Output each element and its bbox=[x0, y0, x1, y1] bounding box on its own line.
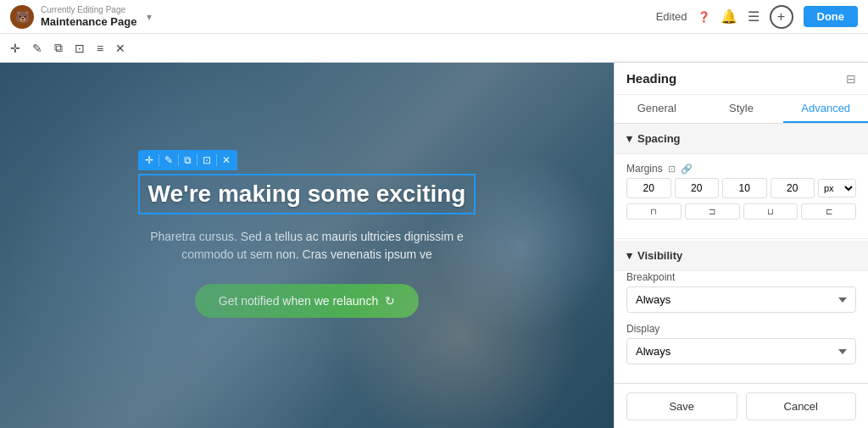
duplicate-tool-icon[interactable]: ⧉ bbox=[54, 41, 63, 55]
tab-advanced[interactable]: Advanced bbox=[783, 95, 868, 123]
toolbar2: ✛ ✎ ⧉ ⊡ ≡ ✕ bbox=[0, 34, 868, 63]
layout-tool-icon[interactable]: ⊡ bbox=[75, 42, 85, 55]
margin-bottom-btn[interactable]: ⊔ bbox=[743, 203, 798, 220]
body-text: Pharetra cursus. Sed a tellus ac mauris … bbox=[129, 228, 485, 264]
done-button[interactable]: Done bbox=[804, 6, 859, 27]
side-panel: Heading ⊟ General Style Advanced ▾ Spaci… bbox=[614, 63, 868, 428]
visibility-content: Breakpoint Always Desktop Tablet Mobile … bbox=[615, 271, 868, 383]
bell-icon[interactable]: 🔔 bbox=[721, 8, 737, 25]
heading-element[interactable]: ✛ ✎ ⧉ ⊡ ✕ We're making some exciting bbox=[138, 174, 476, 214]
refresh-icon: ↻ bbox=[385, 294, 395, 308]
spacing-content: Margins ⊡ 🔗 px em % rem bbox=[615, 154, 868, 236]
display-field: Display Always Never Custom bbox=[626, 323, 856, 364]
unit-select[interactable]: px em % rem bbox=[818, 179, 856, 197]
margins-text: Margins bbox=[626, 163, 663, 175]
tab-style[interactable]: Style bbox=[699, 95, 784, 123]
device-icon: ⊡ bbox=[668, 164, 676, 175]
help-icon[interactable]: ❓ bbox=[698, 11, 710, 23]
heading-text: We're making some exciting bbox=[148, 181, 466, 208]
panel-header: Heading ⊟ bbox=[615, 63, 868, 95]
chevron-down-icon[interactable]: ▾ bbox=[147, 11, 152, 23]
breakpoint-field: Breakpoint Always Desktop Tablet Mobile bbox=[626, 271, 856, 313]
page-name-label: Maintenance Page bbox=[41, 15, 136, 29]
close-icon[interactable]: ✕ bbox=[220, 153, 232, 168]
separator3 bbox=[197, 154, 198, 166]
divider bbox=[615, 238, 868, 239]
chevron-down-icon: ▾ bbox=[626, 132, 632, 145]
add-button[interactable]: + bbox=[770, 5, 793, 29]
move-icon[interactable]: ✛ bbox=[143, 153, 155, 168]
tabs-row: General Style Advanced bbox=[615, 95, 868, 124]
margins-field: Margins ⊡ 🔗 px em % rem bbox=[626, 163, 856, 220]
spacing-section-header[interactable]: ▾ Spacing bbox=[615, 124, 868, 154]
margin-right-btn[interactable]: ⊐ bbox=[685, 203, 740, 220]
element-toolbar: ✛ ✎ ⧉ ⊡ ✕ bbox=[138, 150, 237, 170]
separator4 bbox=[216, 154, 217, 166]
topbar: 🐻 Currently Editing Page Maintenance Pag… bbox=[0, 0, 868, 34]
layout-icon[interactable]: ⊡ bbox=[201, 153, 213, 168]
selected-element-container: ✛ ✎ ⧉ ⊡ ✕ We're making some exciting bbox=[138, 174, 476, 214]
edit-icon[interactable]: ✎ bbox=[163, 153, 175, 168]
link-icon[interactable]: 🔗 bbox=[681, 164, 693, 175]
tab-general[interactable]: General bbox=[615, 95, 699, 123]
margins-inputs: px em % rem bbox=[626, 178, 856, 198]
margin-right-input[interactable] bbox=[675, 178, 720, 198]
edit-tool-icon[interactable]: ✎ bbox=[32, 42, 42, 55]
avatar: 🐻 bbox=[10, 5, 34, 29]
move-tool-icon[interactable]: ✛ bbox=[10, 42, 20, 55]
breakpoint-label: Breakpoint bbox=[626, 271, 856, 283]
main: ✛ ✎ ⧉ ⊡ ✕ We're making some exciting Pha… bbox=[0, 63, 868, 428]
display-label: Display bbox=[626, 323, 856, 335]
chevron-down-icon2: ▾ bbox=[626, 249, 632, 262]
cta-label: Get notified when we relaunch bbox=[219, 294, 378, 308]
margin-bottom-input[interactable] bbox=[722, 178, 767, 198]
page-info: Currently Editing Page Maintenance Page bbox=[41, 5, 136, 29]
separator bbox=[159, 154, 159, 166]
margin-left-btn[interactable]: ⊏ bbox=[801, 203, 856, 220]
list-icon[interactable]: ☰ bbox=[748, 8, 760, 25]
settings-tool-icon[interactable]: ≡ bbox=[97, 42, 103, 55]
visibility-label: Visibility bbox=[637, 249, 682, 262]
close-tool-icon[interactable]: ✕ bbox=[115, 42, 125, 55]
margin-top-input[interactable] bbox=[626, 178, 671, 198]
save-button[interactable]: Save bbox=[626, 392, 737, 420]
margin-side-buttons: ⊓ ⊐ ⊔ ⊏ bbox=[626, 203, 856, 220]
minimize-icon[interactable]: ⊟ bbox=[846, 72, 856, 86]
spacing-label: Spacing bbox=[637, 132, 681, 145]
display-select[interactable]: Always Never Custom bbox=[626, 338, 856, 364]
cancel-button[interactable]: Cancel bbox=[746, 392, 857, 420]
topbar-right: Edited ❓ 🔔 ☰ + Done bbox=[656, 5, 858, 29]
copy-icon[interactable]: ⧉ bbox=[182, 153, 193, 168]
breakpoint-select[interactable]: Always Desktop Tablet Mobile bbox=[626, 286, 856, 313]
panel-body: ▾ Spacing Margins ⊡ 🔗 bbox=[615, 124, 868, 383]
panel-title: Heading bbox=[626, 71, 676, 86]
edited-status: Edited bbox=[656, 10, 687, 23]
separator2 bbox=[178, 154, 179, 166]
cta-button[interactable]: Get notified when we relaunch ↻ bbox=[195, 284, 419, 318]
currently-editing-label: Currently Editing Page bbox=[41, 5, 136, 15]
panel-footer: Save Cancel bbox=[615, 383, 868, 428]
canvas: ✛ ✎ ⧉ ⊡ ✕ We're making some exciting Pha… bbox=[0, 63, 614, 428]
margin-left-input[interactable] bbox=[771, 178, 815, 198]
topbar-left: 🐻 Currently Editing Page Maintenance Pag… bbox=[10, 5, 152, 29]
visibility-section-header[interactable]: ▾ Visibility bbox=[615, 241, 868, 271]
margins-label-row: Margins ⊡ 🔗 bbox=[626, 163, 856, 175]
margin-top-btn[interactable]: ⊓ bbox=[626, 203, 682, 220]
